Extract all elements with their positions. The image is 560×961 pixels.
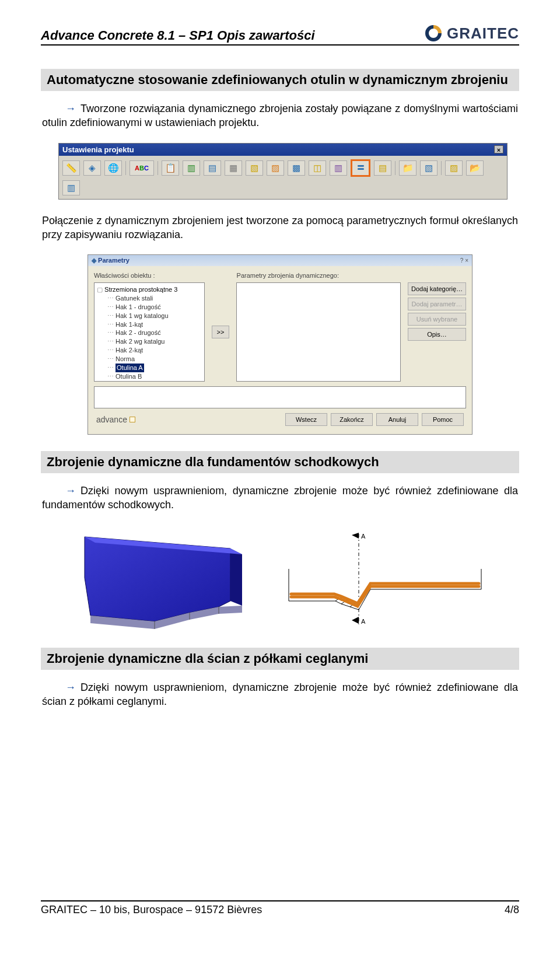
foundation-3d-icon (67, 525, 265, 630)
svg-marker-4 (352, 533, 359, 539)
page-footer: GRAITEC – 10 bis, Burospace – 91572 Bièv… (41, 900, 519, 916)
yellow-icon[interactable]: ▨ (445, 160, 463, 176)
orange-icon[interactable]: ▨ (267, 160, 284, 176)
dialog-titlebar: ◆ Parametry ? × (88, 255, 472, 266)
tree-item[interactable]: Otulina C (97, 380, 202, 382)
folder-icon[interactable]: ▧ (246, 160, 263, 176)
finish-button[interactable]: Zakończ (331, 413, 373, 426)
advance-brand: advance (96, 415, 135, 424)
header-title: Advance Concrete 8.1 – SP1 Opis zawartoś… (41, 28, 315, 43)
section2-p1: →Dzięki nowym usprawnieniom, dynamiczne … (42, 484, 518, 512)
tree-item[interactable]: Gatunek stali (97, 294, 202, 303)
purple-icon[interactable]: ▥ (330, 160, 347, 176)
section-icon[interactable]: 〓 (351, 159, 370, 177)
brand-text: GRAITEC (447, 25, 519, 43)
toolbar-title: Ustawienia projektu (62, 145, 134, 154)
grid-icon[interactable]: ▩ (288, 160, 305, 176)
toolbar-body: 📏 ◈ 🌐 ABC 📋 ▥ ▤ ▦ ▧ ▨ ▩ ◫ ▥ 〓 ▤ 📁 ▧ ▨ 📂 … (59, 156, 507, 199)
dialog-title: ◆ Parametry (92, 257, 130, 264)
back-button[interactable]: Wstecz (285, 413, 327, 426)
section-title-3: Zbrojenie dynamiczne dla ścian z półkami… (41, 648, 519, 670)
abc-icon[interactable]: ABC (130, 160, 154, 176)
footer-left: GRAITEC – 10 bis, Burospace – 91572 Bièv… (41, 904, 262, 916)
svg-marker-5 (352, 617, 359, 624)
toolbar-titlebar: Ustawienia projektu × (59, 144, 507, 156)
graitec-g-icon (424, 23, 443, 43)
tree-item[interactable]: Hak 2-kąt (97, 346, 202, 355)
parameters-dialog: ◆ Parametry ? × Właściwości obiektu : Pa… (88, 254, 473, 435)
brand-logo: GRAITEC (424, 23, 519, 43)
hash-icon[interactable]: ▦ (225, 160, 242, 176)
page-icon[interactable]: ▥ (62, 180, 80, 195)
section1-p1: →Tworzone rozwiązania dynamicznego zbroj… (42, 102, 518, 130)
layers-icon[interactable]: ◈ (83, 160, 101, 176)
arrow-icon: → (65, 485, 76, 497)
clipboard-icon[interactable]: 📋 (162, 160, 179, 176)
green-icon[interactable]: ▥ (183, 160, 200, 176)
globe-icon[interactable]: 🌐 (104, 160, 122, 176)
tree-item[interactable]: Norma (97, 355, 202, 364)
tree-item[interactable]: Hak 2 wg katalgu (97, 337, 202, 346)
desc-button[interactable]: Opis… (408, 328, 466, 341)
section3-p1: →Dzięki nowym usprawnieniom, dynamiczne … (42, 680, 518, 709)
blue-icon[interactable]: ▤ (204, 160, 221, 176)
toolbar-window: Ustawienia projektu × 📏 ◈ 🌐 ABC 📋 ▥ ▤ ▦ … (58, 143, 508, 200)
property-tree[interactable]: Strzemiona prostokątne 3 Gatunek stali H… (94, 282, 205, 382)
close-icon[interactable]: × (494, 145, 503, 153)
svg-marker-1 (230, 548, 242, 606)
add-category-button[interactable]: Dodaj kategorię… (408, 282, 466, 295)
section-letter-top: A (361, 533, 366, 540)
dialog-label-right: Parametry zbrojenia dynamicznego: (237, 272, 339, 279)
section-title-2: Zbrojenie dynamiczne dla fundamentów sch… (41, 451, 519, 473)
move-right-button[interactable]: >> (212, 326, 229, 338)
section-letter-bot: A (361, 618, 366, 625)
tree-parent[interactable]: Strzemiona prostokątne 3 (97, 285, 202, 294)
param-list[interactable] (236, 282, 401, 382)
arrow-icon: → (65, 682, 76, 693)
dialog-sysicons[interactable]: ? × (460, 257, 468, 264)
delete-button: Usuń wybrane (408, 313, 466, 326)
footer-page: 4/8 (505, 904, 519, 916)
dialog-label-left: Właściwości obiektu : (94, 272, 155, 279)
help-button[interactable]: Pomoc (422, 413, 464, 426)
tree-item[interactable]: Hak 1 wg katalogu (97, 312, 202, 320)
tree-item-selected[interactable]: Otulina A (97, 364, 202, 372)
section-title-1: Automatyczne stosowanie zdefiniowanych o… (41, 69, 519, 91)
tree-item[interactable]: Hak 1-kąt (97, 320, 202, 329)
arrow-icon: → (65, 103, 76, 114)
tree-item[interactable]: Hak 2 - drugość (97, 329, 202, 337)
cancel-button[interactable]: Anuluj (376, 413, 418, 426)
section1-p2: Połączenie z dynamicznym zbrojeniem jest… (42, 214, 518, 242)
add-param-button: Dodaj parametr… (408, 298, 466, 310)
stripe-icon[interactable]: ▤ (374, 160, 391, 176)
page-header: Advance Concrete 8.1 – SP1 Opis zawartoś… (41, 23, 519, 46)
arch-icon[interactable]: ◫ (309, 160, 326, 176)
tree-item[interactable]: Hak 1 - drugość (97, 303, 202, 312)
folder2-icon[interactable]: 📁 (399, 160, 416, 176)
ruler-icon[interactable]: 📏 (62, 160, 80, 176)
info-box (94, 386, 466, 408)
foundation-section-icon: A A (283, 528, 493, 627)
open-icon[interactable]: 📂 (466, 160, 484, 176)
tree-item[interactable]: Otulina B (97, 372, 202, 381)
sheet-icon[interactable]: ▧ (420, 160, 438, 176)
